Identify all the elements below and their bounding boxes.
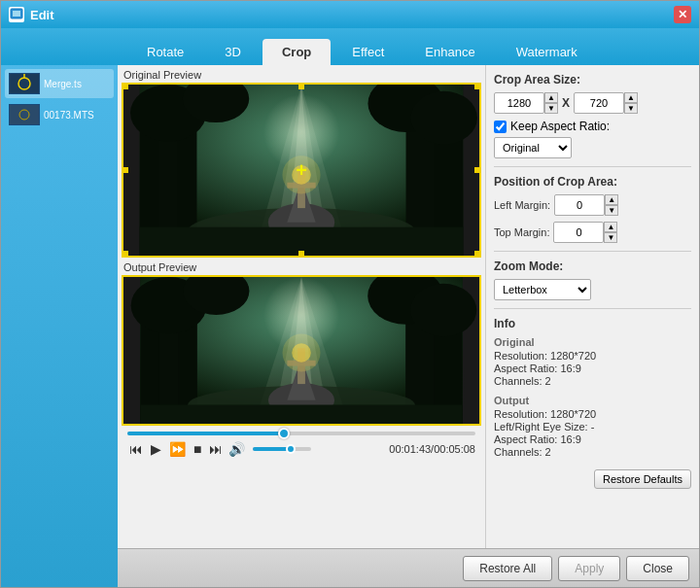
width-spin-group: ▲ ▼ <box>494 92 558 114</box>
width-down-btn[interactable]: ▼ <box>544 103 558 114</box>
output-preview-label: Output Preview <box>122 261 481 273</box>
svg-rect-47 <box>140 405 462 424</box>
height-down-btn[interactable]: ▼ <box>624 103 638 114</box>
width-spin-btns: ▲ ▼ <box>544 92 558 114</box>
original-info-group: Original Resolution: 1280*720 Aspect Rat… <box>494 336 691 387</box>
x-separator: X <box>562 96 570 110</box>
crop-handle-tl[interactable] <box>122 84 128 89</box>
aspect-select-row: Original <box>494 137 691 158</box>
divider-1 <box>494 166 691 167</box>
restore-all-button[interactable]: Restore All <box>463 556 552 581</box>
window-title: Edit <box>30 8 674 22</box>
left-margin-spin-btns: ▲ ▼ <box>605 194 618 216</box>
title-bar: Edit ✕ <box>1 1 699 28</box>
svg-point-29 <box>254 94 349 190</box>
restore-defaults-button[interactable]: Restore Defaults <box>594 469 691 489</box>
tab-enhance[interactable]: Enhance <box>405 39 494 65</box>
left-margin-down-btn[interactable]: ▼ <box>605 205 618 216</box>
time-display: 00:01:43/00:05:08 <box>389 443 475 455</box>
tab-crop[interactable]: Crop <box>262 39 331 65</box>
playback-area: ⏮ ▶ ⏩ ■ ⏭ 🔊 00:01:43/00:05:08 <box>122 430 481 461</box>
bottom-bar: Restore All Apply Close <box>118 548 699 587</box>
height-up-btn[interactable]: ▲ <box>624 92 638 103</box>
tabs-bar: Rotate 3D Crop Effect Enhance Watermark <box>1 28 699 65</box>
crop-handle-tm[interactable] <box>298 84 304 89</box>
top-margin-spin-btns: ▲ ▼ <box>604 222 617 243</box>
divider-3 <box>494 308 691 309</box>
keep-aspect-row: Keep Aspect Ratio: <box>494 120 691 133</box>
crop-handle-ml[interactable] <box>122 167 128 173</box>
original-preview: + <box>122 83 481 258</box>
info-title: Info <box>494 317 691 330</box>
left-margin-input[interactable] <box>554 194 605 216</box>
window-icon <box>9 7 24 22</box>
close-window-button[interactable]: ✕ <box>674 6 691 23</box>
position-title: Position of Crop Area: <box>494 175 691 189</box>
svg-point-52 <box>254 277 348 371</box>
zoom-select-row: Letterbox <box>494 279 691 300</box>
stop-button[interactable]: ■ <box>192 439 203 459</box>
top-margin-row: Top Margin: ▲ ▼ <box>494 222 691 243</box>
tab-watermark[interactable]: Watermark <box>497 39 597 65</box>
video-panel: Original Preview <box>118 65 485 548</box>
prev-button[interactable]: ⏮ <box>127 439 145 459</box>
top-margin-down-btn[interactable]: ▼ <box>604 232 617 243</box>
sidebar-item-file1[interactable]: 00173.MTS <box>5 100 114 129</box>
sidebar: Merge.ts 00173.MTS <box>1 65 118 587</box>
crop-handle-br[interactable] <box>474 251 480 257</box>
edit-area: Original Preview <box>118 65 699 548</box>
volume-track[interactable] <box>253 447 311 451</box>
tab-effect[interactable]: Effect <box>332 39 403 65</box>
sidebar-item-merge[interactable]: Merge.ts <box>5 69 114 98</box>
keep-aspect-checkbox[interactable] <box>494 121 507 133</box>
left-margin-label: Left Margin: <box>494 199 550 211</box>
keep-aspect-label: Keep Aspect Ratio: <box>510 120 610 133</box>
divider-2 <box>494 251 691 252</box>
aspect-select[interactable]: Original <box>494 137 572 158</box>
orig-resolution: Resolution: 1280*720 <box>494 350 691 362</box>
progress-bar-fill <box>127 432 284 435</box>
progress-bar-thumb[interactable] <box>278 428 290 439</box>
out-channels: Channels: 2 <box>494 446 691 458</box>
top-margin-up-btn[interactable]: ▲ <box>604 222 617 232</box>
crop-handle-bl[interactable] <box>122 251 128 257</box>
svg-rect-5 <box>10 105 39 124</box>
progress-bar-track[interactable] <box>127 432 475 435</box>
width-up-btn[interactable]: ▲ <box>544 92 558 103</box>
height-input[interactable] <box>574 92 624 114</box>
controls-row: ⏮ ▶ ⏩ ■ ⏭ 🔊 00:01:43/00:05:08 <box>127 439 475 459</box>
output-preview <box>122 275 481 426</box>
width-input[interactable] <box>494 92 544 114</box>
output-info-group: Output Resolution: 1280*720 Left/Right E… <box>494 395 691 458</box>
svg-rect-1 <box>13 11 20 17</box>
body-area: Merge.ts 00173.MTS Original Preview <box>1 65 699 587</box>
orig-channels: Channels: 2 <box>494 375 691 387</box>
top-margin-input[interactable] <box>553 222 604 243</box>
edit-window: Edit ✕ Rotate 3D Crop Effect Enhance Wat… <box>0 0 700 588</box>
crop-size-row: ▲ ▼ X ▲ ▼ <box>494 92 691 114</box>
orig-aspect: Aspect Ratio: 16:9 <box>494 363 691 374</box>
tab-rotate[interactable]: Rotate <box>127 39 203 65</box>
zoom-select[interactable]: Letterbox <box>494 279 591 300</box>
svg-point-28 <box>410 91 476 145</box>
top-margin-label: Top Margin: <box>494 226 549 238</box>
crop-handle-bm[interactable] <box>298 251 304 257</box>
height-spin-group: ▲ ▼ <box>574 92 638 114</box>
close-button[interactable]: Close <box>626 556 689 581</box>
sidebar-thumb-file1 <box>9 104 40 125</box>
volume-thumb[interactable] <box>286 444 296 454</box>
left-margin-up-btn[interactable]: ▲ <box>605 194 618 205</box>
next-frame-button[interactable]: ⏩ <box>167 439 188 459</box>
left-margin-spin: ▲ ▼ <box>554 194 618 216</box>
out-resolution: Resolution: 1280*720 <box>494 408 691 420</box>
end-button[interactable]: ⏭ <box>207 439 225 459</box>
tab-3d[interactable]: 3D <box>205 39 261 65</box>
crop-handle-mr[interactable] <box>474 167 480 173</box>
crop-handle-tr[interactable] <box>474 84 480 89</box>
output-info-title: Output <box>494 395 691 406</box>
zoom-mode-title: Zoom Mode: <box>494 259 691 273</box>
out-aspect: Aspect Ratio: 16:9 <box>494 433 691 445</box>
apply-button[interactable]: Apply <box>558 556 620 581</box>
crop-area-size-title: Crop Area Size: <box>494 73 691 86</box>
play-button[interactable]: ▶ <box>149 439 163 459</box>
